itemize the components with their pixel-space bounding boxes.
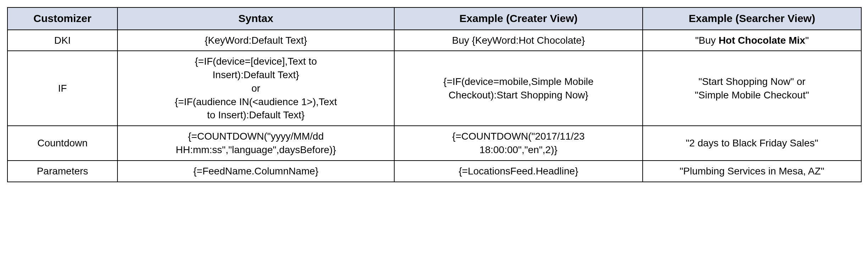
cell-countdown-label: Countdown (7, 126, 117, 161)
cell-countdown-creator: {=COUNTDOWN("2017/11/23 18:00:00","en",2… (394, 126, 643, 161)
cell-countdown-syntax: {=COUNTDOWN("yyyy/MM/dd HH:mm:ss","langu… (117, 126, 394, 161)
countdown-creator-line2: 18:00:00","en",2)} (400, 143, 637, 157)
cell-parameters-syntax: {=FeedName.ColumnName} (117, 161, 394, 182)
cell-dki-searcher: "Buy Hot Chocolate Mix" (643, 30, 861, 51)
if-creator-line2: Checkout):Start Shopping Now} (400, 88, 637, 102)
if-creator-line1: {=IF(device=mobile,Simple Mobile (400, 75, 637, 88)
cell-dki-creator: Buy {KeyWord:Hot Chocolate} (394, 30, 643, 51)
header-customizer: Customizer (7, 7, 117, 30)
if-syntax-line3: or (123, 82, 389, 95)
table-header-row: Customizer Syntax Example (Creater View)… (7, 7, 861, 30)
cell-parameters-label: Parameters (7, 161, 117, 182)
cell-dki-label: DKI (7, 30, 117, 51)
if-syntax-line5: to Insert):Default Text} (123, 108, 389, 122)
dki-searcher-prefix: "Buy (695, 35, 719, 46)
cell-if-label: IF (7, 51, 117, 126)
cell-if-creator: {=IF(device=mobile,Simple Mobile Checkou… (394, 51, 643, 126)
dki-searcher-bold: Hot Chocolate Mix (719, 35, 805, 46)
table-row: Parameters {=FeedName.ColumnName} {=Loca… (7, 161, 861, 182)
cell-parameters-searcher: "Plumbing Services in Mesa, AZ" (643, 161, 861, 182)
table-row: DKI {KeyWord:Default Text} Buy {KeyWord:… (7, 30, 861, 51)
cell-if-searcher: "Start Shopping Now" or "Simple Mobile C… (643, 51, 861, 126)
header-syntax: Syntax (117, 7, 394, 30)
if-syntax-line4: {=IF(audience IN(<audience 1>),Text (123, 95, 389, 109)
cell-parameters-creator: {=LocationsFeed.Headline} (394, 161, 643, 182)
if-searcher-line2: "Simple Mobile Checkout" (648, 88, 856, 102)
header-searcher-view: Example (Searcher View) (643, 7, 861, 30)
table-row: IF {=IF(device=[device],Text to Insert):… (7, 51, 861, 126)
countdown-syntax-line2: HH:mm:ss","language",daysBefore)} (123, 143, 389, 157)
cell-dki-syntax: {KeyWord:Default Text} (117, 30, 394, 51)
table-row: Countdown {=COUNTDOWN("yyyy/MM/dd HH:mm:… (7, 126, 861, 161)
countdown-creator-line1: {=COUNTDOWN("2017/11/23 (400, 130, 637, 143)
cell-countdown-searcher: "2 days to Black Friday Sales" (643, 126, 861, 161)
if-syntax-line2: Insert):Default Text} (123, 68, 389, 82)
if-searcher-line1: "Start Shopping Now" or (648, 75, 856, 88)
customizer-syntax-table: Customizer Syntax Example (Creater View)… (7, 7, 862, 182)
dki-searcher-suffix: " (805, 35, 809, 46)
if-syntax-line1: {=IF(device=[device],Text to (123, 55, 389, 68)
cell-if-syntax: {=IF(device=[device],Text to Insert):Def… (117, 51, 394, 126)
header-creator-view: Example (Creater View) (394, 7, 643, 30)
countdown-syntax-line1: {=COUNTDOWN("yyyy/MM/dd (123, 130, 389, 143)
